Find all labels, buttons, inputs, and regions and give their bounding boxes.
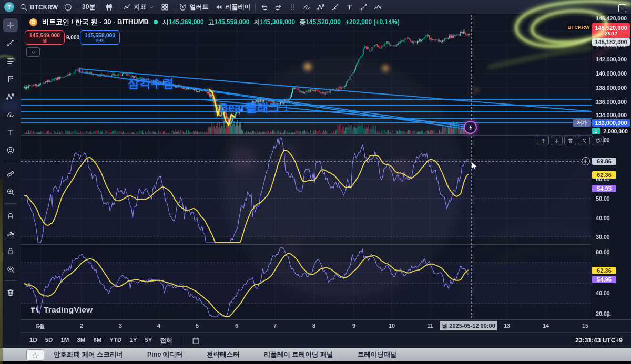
collapse-legend-button[interactable] [26, 47, 40, 57]
penlock-icon [6, 229, 15, 237]
crosshair-value-badge: 69.86 [592, 158, 616, 165]
restore-icon [595, 138, 601, 144]
range-1M[interactable]: 1M [60, 337, 69, 345]
redo-icon [274, 3, 282, 11]
xabcd-icon [6, 92, 15, 101]
buy-button[interactable]: 145,558,000 바이 [80, 30, 120, 45]
last-price-badge: 145,520,000 28:17 [592, 23, 630, 38]
axis-tick: 142,000,000 [596, 56, 627, 63]
axis-tick: 136,000,000 [596, 99, 627, 105]
sell-button[interactable]: 145,549,000 셀 [25, 30, 65, 45]
replay[interactable]: 리플레이 [211, 2, 253, 13]
text-tool[interactable] [3, 126, 18, 139]
brush[interactable] [328, 2, 342, 12]
alert[interactable]: 얼러트 [176, 2, 211, 13]
time-tick: 5 [196, 323, 199, 329]
replay-label: 리플레이 [225, 3, 250, 12]
watchlist-star-button[interactable]: ☆ [26, 349, 44, 361]
maximize-window-icon[interactable] [618, 4, 626, 12]
pane-move-up-button[interactable] [537, 136, 549, 145]
bottom-tab-0[interactable]: 암호화폐 페어 스크리너 [54, 350, 123, 359]
pane-collapse-button[interactable] [578, 136, 590, 145]
drawing-lock-tool[interactable] [3, 226, 18, 240]
watermark-text: TradingView [44, 305, 93, 315]
range-전체[interactable]: 전체 [160, 337, 172, 345]
range-1Y[interactable]: 1Y [129, 337, 137, 345]
head-shoulders-pattern[interactable] [371, 2, 385, 12]
arrowup-icon [540, 138, 546, 144]
chart-canvas[interactable] [21, 15, 592, 319]
time-tick: 14 [543, 323, 549, 329]
range-YTD[interactable]: YTD [109, 337, 121, 345]
goto-date-icon[interactable] [192, 337, 200, 345]
range-6M[interactable]: 6M [93, 337, 101, 345]
bottom-tab-3[interactable]: 리플레이 트레이딩 패널 [264, 350, 333, 359]
symbol-search[interactable]: BTCKRW [16, 2, 61, 12]
toolbar-divider [100, 3, 100, 12]
clock-timezone[interactable]: 23:31:43 UTC+9 [575, 337, 623, 344]
bottom-tab-1[interactable]: Pine 에디터 [147, 350, 182, 359]
tradingview-logo-icon [30, 306, 40, 314]
add-alert-plus-icon[interactable]: + [582, 157, 590, 165]
scale-settings-gear-icon[interactable] [605, 312, 612, 319]
interval-select[interactable]: 30분 [79, 2, 98, 13]
time-tick: 11 [427, 323, 433, 329]
toolbar-divider [77, 3, 77, 12]
chart-style[interactable] [102, 2, 116, 12]
magnet-tool[interactable] [3, 209, 18, 222]
crosshair-tool[interactable] [3, 18, 18, 32]
lock-all-tool[interactable] [3, 244, 18, 258]
user-avatar[interactable]: T [4, 2, 14, 12]
axis-tick: 134,000,000 [596, 112, 627, 118]
remove-drawings-tool[interactable] [3, 286, 18, 299]
bottom-tab-2[interactable]: 전략테스터 [207, 350, 240, 359]
crosshair-date-badge: 월 2025-05-12 00:00 [440, 321, 497, 330]
range-1D[interactable]: 1D [29, 337, 37, 345]
range-5Y[interactable]: 5Y [145, 337, 152, 345]
top-toolbar: T BTCKRW30분지표얼러트리플레이 [0, 0, 631, 15]
time-tick: 5월 [36, 323, 45, 330]
pane-delete-button[interactable] [564, 136, 576, 145]
indic-icon [123, 3, 131, 11]
redo[interactable] [271, 2, 286, 12]
bar-countdown: 28:17 [605, 31, 617, 36]
emoji-tool[interactable] [3, 143, 18, 157]
time-tick: 10 [389, 323, 395, 329]
range-3M[interactable]: 3M [77, 337, 85, 345]
tradingview-watermark: TradingView [30, 305, 93, 315]
grid4-icon [161, 3, 169, 11]
sell-label: 셀 [25, 38, 64, 43]
crosshair-icon [6, 21, 15, 29]
xabcd-pattern-tool[interactable] [3, 90, 18, 103]
zoom-in-tool[interactable] [3, 185, 18, 199]
add-symbol[interactable] [61, 2, 75, 12]
hide-drawings-tool[interactable] [3, 262, 18, 276]
bottom-tab-4[interactable]: 트레이딩패널 [358, 350, 397, 359]
range-5D[interactable]: 5D [45, 337, 53, 345]
undo[interactable] [257, 2, 271, 12]
draw-freehand[interactable] [300, 2, 314, 12]
axis-tick: 140,000,000 [596, 70, 627, 77]
xabcd-pattern[interactable] [314, 2, 328, 12]
fib-retracement-tool[interactable] [3, 54, 18, 68]
time-axis[interactable]: 5월234567891011131415 [21, 319, 631, 332]
pane-controls [537, 136, 604, 145]
pane-maximize-button[interactable] [592, 136, 604, 145]
drawing-anchor-icon[interactable] [464, 121, 477, 134]
flag-pattern-tool[interactable] [3, 72, 18, 86]
annotation-bear-flag[interactable]: Bear플래그 ↓ [220, 100, 289, 116]
ohlc-item: 시145,369,000 [162, 18, 204, 27]
symbol-title[interactable]: 비트코인 / 한국 원 · 30 · BITHUMB [42, 17, 149, 27]
brush-tool[interactable] [3, 108, 18, 121]
pane-move-down-button[interactable] [551, 136, 563, 145]
annotation-triangle[interactable]: 삼각수렴 [128, 76, 174, 91]
measure-tool[interactable] [3, 167, 18, 181]
text-tool[interactable] [342, 2, 357, 12]
dots-icon [289, 3, 297, 11]
layout-grid[interactable] [158, 2, 172, 12]
drag-handle[interactable] [286, 2, 300, 12]
trend-line-tool[interactable] [3, 36, 18, 50]
indicators[interactable]: 지표 [120, 2, 158, 13]
time-tick: 2 [80, 323, 83, 329]
trend-line[interactable] [357, 2, 371, 12]
